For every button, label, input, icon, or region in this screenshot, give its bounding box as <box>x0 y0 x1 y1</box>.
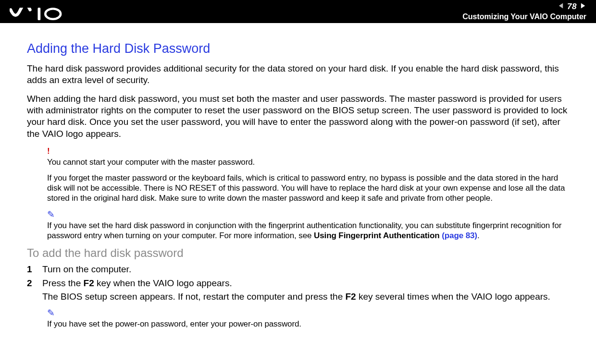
page-title: Adding the Hard Disk Password <box>27 41 569 56</box>
tip-text-1: If you have set the hard disk password i… <box>47 220 569 241</box>
step2-after-c: key several times when the VAIO logo app… <box>356 291 550 302</box>
page-content: Adding the Hard Disk Password The hard d… <box>0 23 596 329</box>
step2-after-a: The BIOS setup screen appears. If not, r… <box>42 291 346 302</box>
step-number: 1 <box>27 264 35 275</box>
tip1-bold: Using Fingerprint Authentication <box>314 231 442 240</box>
tip-icon: ✎ <box>47 209 569 220</box>
header-nav: 78 Customizing Your VAIO Computer <box>462 2 586 21</box>
tip-block-1: ✎ If you have set the hard disk password… <box>27 209 569 241</box>
warning-icon: ! <box>47 146 569 156</box>
warning-text-1: You cannot start your computer with the … <box>47 157 569 167</box>
svg-point-1 <box>45 9 61 19</box>
steps-list: 1 Turn on the computer. 2 Press the F2 k… <box>27 264 569 303</box>
warning-block: ! You cannot start your computer with th… <box>27 146 569 203</box>
section-subhead: To add the hard disk password <box>27 246 569 260</box>
top-bar: 78 Customizing Your VAIO Computer <box>0 0 596 23</box>
step-1: 1 Turn on the computer. <box>27 264 569 275</box>
vaio-logo <box>10 2 77 21</box>
tip1-part-c: . <box>477 231 480 240</box>
tip-icon: ✎ <box>47 307 569 318</box>
step2-c: key when the VAIO logo appears. <box>94 278 232 288</box>
step-text: Turn on the computer. <box>42 264 569 275</box>
tip-block-2: ✎ If you have set the power-on password,… <box>27 307 569 329</box>
prev-page-arrow[interactable] <box>558 2 564 11</box>
tip1-link[interactable]: (page 83) <box>442 231 477 240</box>
step-2: 2 Press the F2 key when the VAIO logo ap… <box>27 278 569 289</box>
tip-text-2: If you have set the power-on password, e… <box>47 319 569 329</box>
breadcrumb: Customizing Your VAIO Computer <box>462 12 586 21</box>
page-nav: 78 <box>558 2 586 12</box>
intro-paragraph-2: When adding the hard disk password, you … <box>27 93 569 140</box>
warning-text-2: If you forget the master password or the… <box>47 173 569 203</box>
step2-a: Press the <box>42 278 84 288</box>
step2-key: F2 <box>84 278 94 288</box>
step-2-continuation: The BIOS setup screen appears. If not, r… <box>42 291 569 303</box>
page-number: 78 <box>567 2 577 12</box>
step-number: 2 <box>27 278 35 289</box>
intro-paragraph-1: The hard disk password provides addition… <box>27 63 569 86</box>
step2-after-key: F2 <box>346 291 356 302</box>
body-text: The hard disk password provides addition… <box>27 63 569 140</box>
tip1-part-a: If you have set the hard disk password i… <box>47 221 561 240</box>
next-page-arrow[interactable] <box>580 2 586 11</box>
vaio-logo-svg <box>10 8 77 20</box>
step-text: Press the F2 key when the VAIO logo appe… <box>42 278 569 289</box>
